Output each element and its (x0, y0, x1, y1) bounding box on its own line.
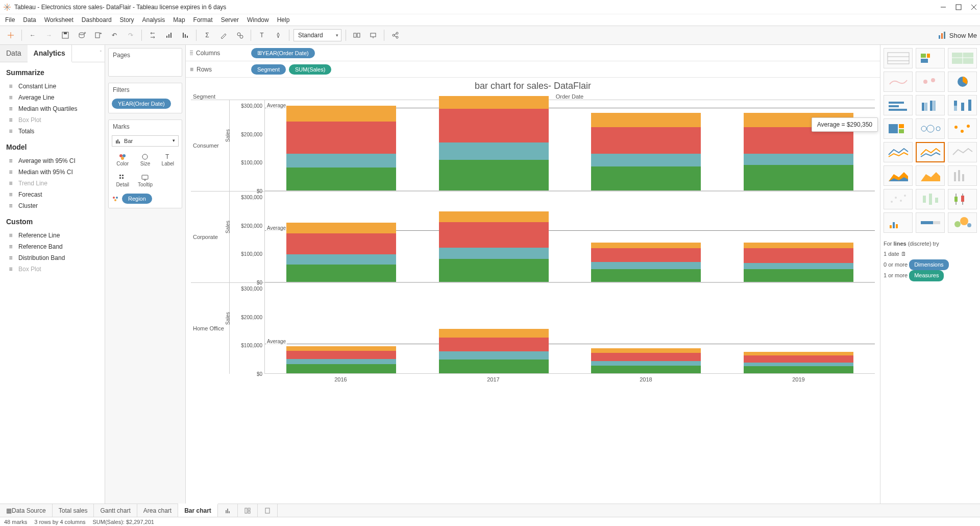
tab-area-chart[interactable]: Area chart (137, 504, 178, 517)
bar-segment[interactable] (744, 263, 853, 269)
new-dashboard-tab[interactable] (238, 504, 258, 517)
bar-segment[interactable] (439, 222, 549, 248)
bar-segment[interactable] (286, 122, 396, 154)
bar-segment[interactable] (591, 166, 701, 190)
tab-data-source[interactable]: ▦ Data Source (0, 504, 53, 517)
showme-thumb-16[interactable] (916, 165, 945, 186)
tableau-icon[interactable] (4, 29, 17, 42)
showme-thumb-22[interactable] (916, 212, 945, 233)
totals-button[interactable]: Σ (201, 29, 214, 42)
bar-segment[interactable] (744, 352, 853, 355)
group-icon[interactable] (233, 29, 247, 42)
bar-segment[interactable] (439, 96, 549, 109)
bar-segment[interactable] (439, 329, 549, 338)
swap-button[interactable] (146, 29, 159, 42)
bar-segment[interactable] (439, 351, 549, 360)
bar-segment[interactable] (439, 338, 549, 351)
filter-pill-year[interactable]: YEAR(Order Date) (112, 99, 171, 109)
showme-thumb-18[interactable] (884, 189, 913, 209)
new-worksheet-button[interactable]: + (91, 29, 105, 42)
bar-segment[interactable] (286, 351, 396, 360)
showme-thumb-1[interactable] (916, 48, 945, 68)
bar-segment[interactable] (744, 243, 853, 249)
showme-thumb-20[interactable] (948, 189, 977, 209)
highlight-icon[interactable] (217, 29, 230, 42)
bar-segment[interactable] (591, 348, 701, 352)
tab-bar-chart[interactable]: Bar chart (178, 504, 218, 517)
menu-file[interactable]: File (5, 16, 15, 23)
model-item-3[interactable]: ≡Forecast (0, 189, 105, 200)
bar-segment[interactable] (286, 346, 396, 350)
menu-worksheet[interactable]: Worksheet (44, 16, 74, 23)
showme-thumb-8[interactable] (948, 95, 977, 115)
bar-segment[interactable] (591, 361, 701, 365)
bar-segment[interactable] (591, 154, 701, 166)
undo-button[interactable]: ↶ (108, 29, 121, 42)
showme-thumb-23[interactable] (948, 212, 977, 233)
forward-button[interactable]: → (42, 29, 56, 42)
custom-item-0[interactable]: ≡Reference Line (0, 230, 105, 241)
summarize-item-0[interactable]: ≡Constant Line (0, 81, 105, 92)
bar-segment[interactable] (286, 364, 396, 373)
bar-segment[interactable] (744, 366, 853, 373)
showme-thumb-0[interactable] (884, 48, 913, 68)
bar-segment[interactable] (591, 113, 701, 127)
bar-segment[interactable] (286, 254, 396, 264)
showme-thumb-2[interactable] (948, 48, 977, 68)
bar-segment[interactable] (591, 248, 701, 262)
menu-help[interactable]: Help (277, 16, 290, 23)
menu-dashboard[interactable]: Dashboard (82, 16, 112, 23)
chart-view[interactable]: bar chart for sales- DataFlair Segment O… (186, 78, 880, 504)
bar-segment[interactable] (591, 262, 701, 269)
menu-map[interactable]: Map (173, 16, 185, 23)
bar-segment[interactable] (591, 243, 701, 248)
columns-shelf[interactable]: ⦙⦙⦙Columns ⊞ YEAR(Order Date) (186, 45, 880, 61)
maximize-button[interactable] (955, 4, 962, 10)
showme-thumb-15[interactable] (884, 165, 913, 186)
showme-thumb-9[interactable] (884, 118, 913, 139)
redo-button[interactable]: ↷ (124, 29, 137, 42)
menu-data[interactable]: Data (23, 16, 36, 23)
bar-segment[interactable] (286, 168, 396, 190)
share-icon[interactable] (388, 29, 402, 42)
bar-segment[interactable] (286, 233, 396, 254)
marks-tooltip[interactable]: Tooltip (134, 171, 156, 190)
collapse-panel-icon[interactable]: ◦ (96, 45, 105, 62)
save-button[interactable] (59, 29, 72, 42)
pin-icon[interactable] (272, 29, 285, 42)
bar-segment[interactable] (591, 269, 701, 282)
menu-server[interactable]: Server (221, 16, 239, 23)
new-story-tab[interactable] (258, 504, 278, 517)
showme-thumb-12[interactable] (884, 142, 913, 162)
showme-thumb-21[interactable] (884, 212, 913, 233)
bar-segment[interactable] (439, 259, 549, 282)
custom-item-2[interactable]: ≡Distribution Band (0, 252, 105, 264)
new-datasource-button[interactable]: + (75, 29, 88, 42)
tab-gantt-chart[interactable]: Gantt chart (94, 504, 137, 517)
tab-total-sales[interactable]: Total sales (53, 504, 94, 517)
bar-segment[interactable] (286, 154, 396, 168)
labels-icon[interactable]: T (255, 29, 268, 42)
bar-segment[interactable] (286, 359, 396, 364)
sort-asc-button[interactable] (162, 29, 176, 42)
bar-segment[interactable] (591, 366, 701, 373)
bar-segment[interactable] (286, 223, 396, 233)
bar-segment[interactable] (439, 248, 549, 259)
show-cards-icon[interactable] (350, 29, 363, 42)
summarize-item-2[interactable]: ≡Median with Quartiles (0, 103, 105, 114)
summarize-item-1[interactable]: ≡Average Line (0, 92, 105, 103)
marks-size[interactable]: Size (134, 150, 156, 170)
showme-thumb-10[interactable] (916, 118, 945, 139)
showme-thumb-19[interactable] (916, 189, 945, 209)
showme-thumb-6[interactable] (884, 95, 913, 115)
tab-analytics[interactable]: Analytics (28, 45, 72, 62)
bar-segment[interactable] (286, 265, 396, 282)
rows-shelf[interactable]: ≡Rows Segment SUM(Sales) (186, 61, 880, 78)
bar-segment[interactable] (439, 360, 549, 373)
close-button[interactable] (971, 4, 977, 10)
summarize-item-4[interactable]: ≡Totals (0, 126, 105, 137)
menu-analysis[interactable]: Analysis (142, 16, 165, 23)
menu-story[interactable]: Story (120, 16, 134, 23)
showme-thumb-14[interactable] (948, 142, 977, 162)
marks-detail[interactable]: Detail (112, 171, 133, 190)
